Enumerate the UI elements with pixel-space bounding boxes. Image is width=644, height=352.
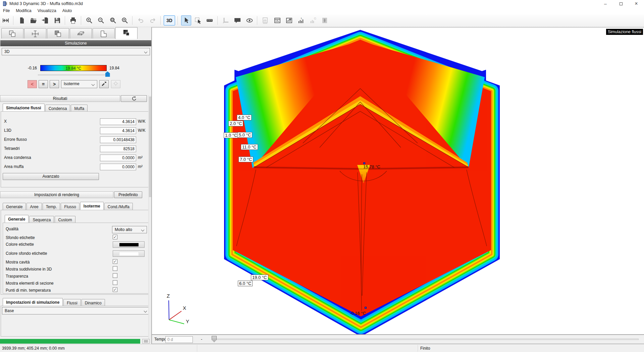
fit-width-button[interactable] xyxy=(1,15,11,25)
subtab-custom[interactable]: Custom xyxy=(55,216,75,223)
progress-bar-fill xyxy=(0,339,140,344)
field-value-input[interactable]: 4.3614 xyxy=(100,127,136,134)
menu-aiuto[interactable]: Aiuto xyxy=(59,7,75,14)
base-select[interactable]: Base xyxy=(2,307,150,314)
print-button[interactable] xyxy=(68,15,78,25)
setting-color-colore-sfondo-etichette[interactable] xyxy=(113,250,145,257)
setting-checkbox-mostra-suddivisione-in-3d[interactable] xyxy=(113,266,117,271)
less-than-button[interactable]: < xyxy=(28,80,37,88)
viewport-3d[interactable]: Z X Y Simulazione flussi 4.0 °C2.0 °C1.0… xyxy=(152,27,644,335)
temp-label: 1.0 °C xyxy=(224,132,238,138)
menu-visualizza[interactable]: Visualizza xyxy=(35,7,59,14)
comment-button[interactable] xyxy=(232,15,243,25)
coordinates-label: 3939.39 mm; 405.24 mm; 0.00 mm xyxy=(2,346,65,351)
toolbar: 3D L G xyxy=(0,15,644,27)
simulation-mode-select[interactable]: 3D xyxy=(2,48,150,55)
zoom-reset-button[interactable] xyxy=(120,15,130,25)
field-unit: m² xyxy=(138,164,143,169)
panel-tab-geometry[interactable] xyxy=(1,28,23,39)
cube-render: Z X Y xyxy=(152,27,644,335)
report-window-button[interactable] xyxy=(272,15,282,25)
chart-g-button[interactable]: G xyxy=(308,15,318,25)
field-label: X xyxy=(4,119,7,124)
tab-dinamico[interactable]: Dinamico xyxy=(82,299,105,306)
subtab-sequenza[interactable]: Sequenza xyxy=(29,216,54,223)
panel-scrollbar-thumb[interactable] xyxy=(149,97,151,197)
setting-label-colore-etichette: Colore etichette xyxy=(6,242,34,247)
visibility-eye-button[interactable] xyxy=(245,15,255,25)
tab-flusso[interactable]: Flusso xyxy=(61,203,79,210)
tab-muffa[interactable]: Muffa xyxy=(71,105,88,112)
setting-select-qualit-[interactable]: Molto alto xyxy=(112,226,147,233)
avanzato-button[interactable]: Avanzato xyxy=(3,173,99,180)
menu-file[interactable]: File xyxy=(0,7,13,14)
tab-condensa[interactable]: Condensa xyxy=(45,105,70,112)
redo-button[interactable] xyxy=(148,15,158,25)
time-slider-track[interactable] xyxy=(214,339,639,340)
section-corner-button[interactable] xyxy=(221,15,231,25)
save-button[interactable] xyxy=(52,15,62,25)
close-button[interactable]: × xyxy=(629,0,644,7)
setting-label-colore-sfondo-etichette: Colore sfondo etichette xyxy=(6,251,47,256)
field-value-input[interactable]: 82518 xyxy=(100,145,136,152)
minimize-button[interactable]: – xyxy=(598,0,613,7)
field-value-input[interactable]: 0.00148438 xyxy=(100,136,136,143)
setting-checkbox-sfondo-etichette[interactable]: ✓ xyxy=(113,235,117,239)
field-value-input[interactable]: 4.3614 xyxy=(100,118,136,125)
panel-tab-materials[interactable] xyxy=(47,28,69,39)
setting-checkbox-mostra-elementi-di-sezione[interactable] xyxy=(113,280,117,285)
progress-stop-button[interactable] xyxy=(142,339,150,344)
time-input[interactable]: 0 d xyxy=(165,336,193,343)
open-file-button[interactable] xyxy=(29,15,39,25)
tab-simulazione-flussi[interactable]: Simulazione flussi xyxy=(3,104,45,112)
select-tool-button[interactable] xyxy=(181,15,191,25)
panel-scrollbar[interactable] xyxy=(148,95,151,343)
report-export-button[interactable] xyxy=(284,15,294,25)
zoom-window-button[interactable] xyxy=(108,15,118,25)
stop-icon xyxy=(144,340,148,343)
tab-cond-muffa[interactable]: Cond./Muffa xyxy=(104,203,133,210)
view-3d-toggle[interactable]: 3D xyxy=(164,15,175,25)
eyedropper-button[interactable] xyxy=(99,80,109,88)
zoom-in-button[interactable] xyxy=(84,15,94,25)
select-area-button[interactable] xyxy=(193,15,203,25)
legend-slider-track[interactable] xyxy=(38,74,110,75)
tab-isoterme[interactable]: Isoterme xyxy=(80,202,104,210)
equal-button[interactable]: = xyxy=(39,80,48,88)
legend-slider-thumb[interactable] xyxy=(105,71,110,77)
panel-tab-conditions[interactable] xyxy=(70,28,92,39)
refresh-results-button[interactable] xyxy=(121,95,147,102)
setting-color-colore-etichette[interactable] xyxy=(113,241,145,248)
time-slider-thumb[interactable] xyxy=(212,336,217,342)
setting-checkbox-trasparenza[interactable] xyxy=(113,273,117,278)
predefinito-button[interactable]: Predefinito xyxy=(114,191,142,198)
setting-checkbox-mostra-cavit-[interactable]: ✓ xyxy=(113,259,117,264)
tab-temp-[interactable]: Temp. xyxy=(43,203,60,210)
menu-modifica[interactable]: Modifica xyxy=(13,7,35,14)
field-value-input[interactable]: 0.0000 xyxy=(100,164,136,170)
report-button[interactable] xyxy=(260,15,270,25)
tab-flussi[interactable]: Flussi xyxy=(63,299,80,306)
setting-label-qualit-: Qualità xyxy=(6,227,18,231)
greater-than-button[interactable]: > xyxy=(50,80,59,88)
undo-button[interactable] xyxy=(136,15,146,25)
setting-checkbox-punti-di-min-temperatura[interactable]: ✓ xyxy=(113,287,117,292)
panel-tab-dimensions[interactable] xyxy=(24,28,46,39)
tab-generale[interactable]: Generale xyxy=(3,203,26,210)
tab-impostazioni-di-simulazione[interactable]: Impostazioni di simulazione xyxy=(3,298,63,306)
setting-label-sfondo-etichette: Sfondo etichette xyxy=(6,235,35,240)
import-button[interactable] xyxy=(40,15,50,25)
tab-aree[interactable]: Aree xyxy=(26,203,42,210)
field-value-input[interactable]: 0.0000 xyxy=(100,155,136,161)
maximize-button[interactable] xyxy=(613,0,629,7)
render-sphere-button[interactable] xyxy=(320,15,330,25)
chart-l-button[interactable]: L xyxy=(296,15,306,25)
isoterme-select[interactable]: Isoterme xyxy=(61,80,97,88)
panel-tab-section[interactable] xyxy=(93,28,115,39)
new-file-button[interactable] xyxy=(17,15,27,25)
subtab-generale[interactable]: Generale xyxy=(5,215,29,223)
measure-button[interactable] xyxy=(205,15,215,25)
panel-tab-simulation[interactable] xyxy=(115,27,138,39)
zoom-out-button[interactable] xyxy=(96,15,106,25)
probe-button[interactable] xyxy=(111,80,120,88)
